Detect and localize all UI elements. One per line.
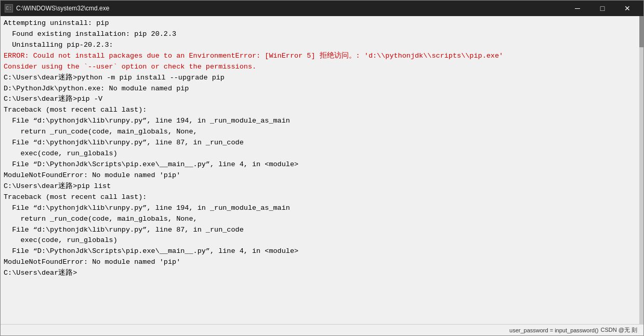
- console-line: D:\PythonJdk\python.exe: No module named…: [4, 84, 640, 95]
- scrollbar[interactable]: [639, 16, 643, 324]
- minimize-button[interactable]: ─: [566, 1, 589, 16]
- console-lines: Attempting uninstall: pip Found existing…: [4, 18, 640, 279]
- console-line: ModuleNotFoundError: No module named 'pi…: [4, 257, 640, 268]
- console-line: File “d:\pythonjdk\lib\runpy.py”, line 1…: [4, 203, 640, 214]
- statusbar-code: user_password = input_password(): [509, 327, 599, 333]
- console-line: C:\Users\dear迷路>python -m pip install --…: [4, 73, 640, 84]
- window-controls: ─ □ ✕: [566, 1, 639, 16]
- console-line: Uninstalling pip-20.2.3:: [4, 40, 640, 51]
- console-line: return _run_code(code, main_globals, Non…: [4, 214, 640, 225]
- console-line: Found existing installation: pip 20.2.3: [4, 29, 640, 40]
- console-line: exec(code, run_globals): [4, 149, 640, 159]
- statusbar-watermark: CSDN @无 刻: [601, 326, 637, 334]
- console-output: Attempting uninstall: pip Found existing…: [1, 16, 643, 324]
- console-line: return _run_code(code, main_globals, Non…: [4, 127, 640, 138]
- console-line: exec(code, run_globals): [4, 235, 640, 246]
- console-line: File “d:\pythonjdk\lib\runpy.py”, line 1…: [4, 116, 640, 127]
- titlebar: C: C:\WINDOWS\system32\cmd.exe ─ □ ✕: [1, 1, 643, 16]
- console-line: C:\Users\dear迷路>pip -V: [4, 94, 640, 105]
- console-line: Traceback (most recent call last):: [4, 105, 640, 116]
- console-line: Traceback (most recent call last):: [4, 192, 640, 203]
- console-line: C:\Users\dear迷路>pip list: [4, 181, 640, 192]
- console-line: Consider using the `--user` option or ch…: [4, 62, 640, 73]
- scrollbar-thumb[interactable]: [639, 16, 643, 47]
- console-line: ERROR: Could not install packages due to…: [4, 51, 640, 62]
- console-line: File “D:\PythonJdk\Scripts\pip.exe\__mai…: [4, 246, 640, 257]
- console-line: Attempting uninstall: pip: [4, 18, 640, 29]
- console-line: File “D:\PythonJdk\Scripts\pip.exe\__mai…: [4, 159, 640, 170]
- window-title: C:\WINDOWS\system32\cmd.exe: [16, 5, 566, 12]
- console-line: File “d:\pythonjdk\lib\runpy.py”, line 8…: [4, 138, 640, 149]
- cmd-window: C: C:\WINDOWS\system32\cmd.exe ─ □ ✕ Att…: [0, 0, 644, 336]
- window-icon: C:: [5, 4, 13, 12]
- console-line: File “d:\pythonjdk\lib\runpy.py”, line 8…: [4, 225, 640, 236]
- console-line: C:\Users\dear迷路>: [4, 268, 640, 279]
- console-line: ModuleNotFoundError: No module named 'pi…: [4, 170, 640, 181]
- close-button[interactable]: ✕: [615, 1, 639, 16]
- statusbar: user_password = input_password() CSDN @无…: [1, 324, 643, 335]
- maximize-button[interactable]: □: [590, 1, 614, 16]
